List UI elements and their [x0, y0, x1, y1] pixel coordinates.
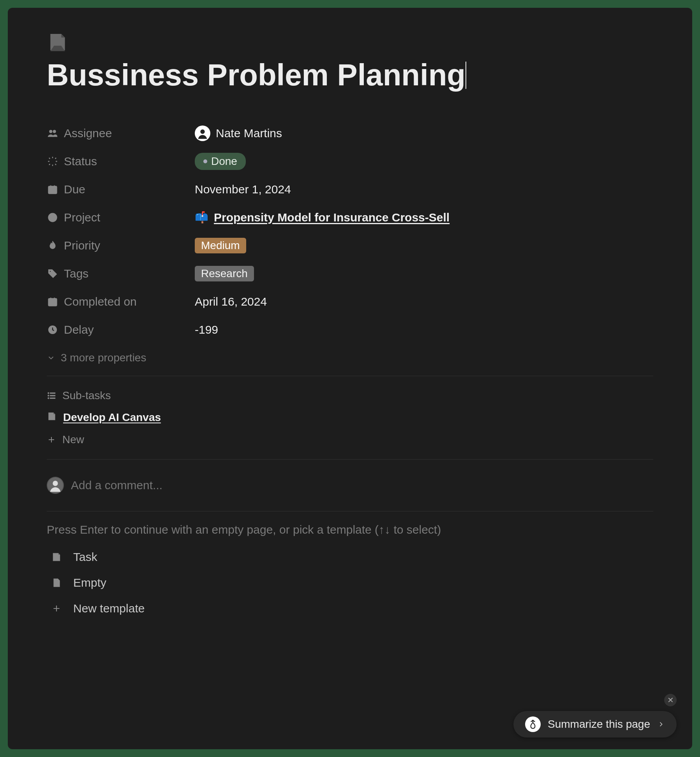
- comment-row: [47, 467, 653, 503]
- tag-icon: [47, 268, 58, 279]
- divider: [47, 459, 653, 460]
- property-row-project: Project 📫 Propensity Model for Insurance…: [47, 203, 653, 232]
- list-icon: [47, 391, 57, 401]
- subtasks-header[interactable]: Sub-tasks: [47, 384, 653, 407]
- svg-rect-12: [50, 393, 55, 393]
- completed-on-value[interactable]: April 16, 2024: [195, 295, 267, 308]
- chevron-down-icon: [47, 354, 55, 362]
- property-row-due: Due November 1, 2024: [47, 175, 653, 203]
- due-value[interactable]: November 1, 2024: [195, 183, 291, 196]
- status-dot: [203, 159, 207, 163]
- property-label[interactable]: Delay: [47, 323, 195, 336]
- property-row-completed-on: Completed on April 16, 2024: [47, 288, 653, 316]
- svg-point-7: [52, 217, 53, 218]
- plus-icon: [47, 435, 56, 444]
- label-text: Due: [64, 183, 85, 196]
- svg-point-8: [49, 271, 51, 272]
- more-properties-label: 3 more properties: [61, 352, 146, 364]
- svg-rect-16: [50, 398, 55, 398]
- property-row-tags: Tags Research: [47, 260, 653, 288]
- label-text: Priority: [64, 239, 100, 252]
- new-subtask-label: New: [62, 433, 84, 446]
- completed-on-text: April 16, 2024: [195, 295, 267, 308]
- summarize-label: Summarize this page: [548, 718, 650, 730]
- label-text: Delay: [64, 323, 94, 336]
- template-option-label: Task: [73, 550, 97, 564]
- calendar-icon: [47, 296, 58, 308]
- svg-point-18: [53, 481, 58, 486]
- svg-rect-4: [49, 186, 57, 194]
- plus-icon: [51, 603, 62, 614]
- status-pill-done: Done: [195, 153, 246, 170]
- label-text: Status: [64, 155, 97, 168]
- target-icon: [47, 212, 58, 223]
- project-value[interactable]: 📫 Propensity Model for Insurance Cross-S…: [195, 211, 450, 224]
- delay-value[interactable]: -199: [195, 323, 218, 336]
- user-avatar: [47, 477, 64, 494]
- page-title[interactable]: Bussiness Problem Planning: [47, 58, 465, 92]
- subtask-item[interactable]: Develop AI Canvas: [47, 407, 653, 428]
- priority-value[interactable]: Medium: [195, 238, 246, 253]
- property-row-priority: Priority Medium: [47, 232, 653, 260]
- ai-badge-icon: [525, 716, 541, 732]
- divider: [47, 376, 653, 376]
- svg-point-11: [48, 393, 49, 394]
- subtasks-label: Sub-tasks: [62, 389, 111, 402]
- label-text: Completed on: [64, 295, 137, 308]
- subtask-title: Develop AI Canvas: [63, 411, 161, 424]
- comment-input[interactable]: [71, 479, 653, 492]
- property-label[interactable]: Status: [47, 155, 195, 168]
- svg-point-0: [49, 130, 52, 133]
- property-row-assignee: Assignee Nate Martins: [47, 119, 653, 147]
- property-label[interactable]: Due: [47, 183, 195, 196]
- property-label[interactable]: Project: [47, 211, 195, 224]
- label-text: Tags: [64, 267, 88, 280]
- svg-rect-14: [50, 395, 55, 396]
- property-label[interactable]: Priority: [47, 239, 195, 252]
- tags-value[interactable]: Research: [195, 266, 254, 281]
- delay-text: -199: [195, 323, 218, 336]
- svg-point-3: [200, 129, 205, 134]
- page-icon[interactable]: [47, 31, 653, 55]
- template-option-label: Empty: [73, 576, 106, 589]
- assignee-name: Nate Martins: [216, 127, 282, 140]
- summarize-page-button[interactable]: Summarize this page: [513, 711, 677, 738]
- clock-icon: [47, 324, 58, 336]
- status-text: Done: [211, 155, 237, 168]
- tag-pill: Research: [195, 266, 254, 281]
- assignee-value[interactable]: Nate Martins: [195, 126, 282, 141]
- page-window: Bussiness Problem Planning Assignee Nate…: [8, 8, 692, 749]
- file-icon: [51, 578, 62, 588]
- assignee-avatar: [195, 126, 210, 141]
- chevron-right-icon: [657, 720, 665, 728]
- svg-point-1: [53, 130, 56, 133]
- label-text: Project: [64, 211, 100, 224]
- project-link[interactable]: Propensity Model for Insurance Cross-Sel…: [214, 211, 450, 224]
- more-properties-toggle[interactable]: 3 more properties: [47, 352, 653, 364]
- template-option-label: New template: [73, 602, 145, 615]
- priority-tag: Medium: [195, 238, 246, 253]
- properties-list: Assignee Nate Martins Status Done: [47, 119, 653, 364]
- property-label[interactable]: Completed on: [47, 295, 195, 308]
- page-icon: [47, 411, 57, 424]
- property-label[interactable]: Assignee: [47, 127, 195, 140]
- svg-point-15: [48, 398, 49, 399]
- fire-icon: [47, 240, 58, 251]
- empty-page-hint: Press Enter to continue with an empty pa…: [47, 523, 653, 536]
- svg-rect-9: [49, 299, 57, 306]
- calendar-icon: [47, 184, 58, 195]
- property-row-delay: Delay -199: [47, 316, 653, 344]
- template-option-new-template[interactable]: New template: [47, 596, 653, 621]
- divider: [47, 511, 653, 511]
- template-option-task[interactable]: Task: [47, 544, 653, 570]
- property-row-status: Status Done: [47, 147, 653, 175]
- status-icon: [47, 156, 58, 167]
- new-subtask-button[interactable]: New: [47, 428, 653, 451]
- page-icon: [51, 552, 62, 562]
- close-button[interactable]: ✕: [664, 694, 677, 706]
- label-text: Assignee: [64, 127, 112, 140]
- property-label[interactable]: Tags: [47, 267, 195, 280]
- template-option-empty[interactable]: Empty: [47, 570, 653, 596]
- status-value[interactable]: Done: [195, 153, 246, 170]
- svg-point-13: [48, 395, 49, 396]
